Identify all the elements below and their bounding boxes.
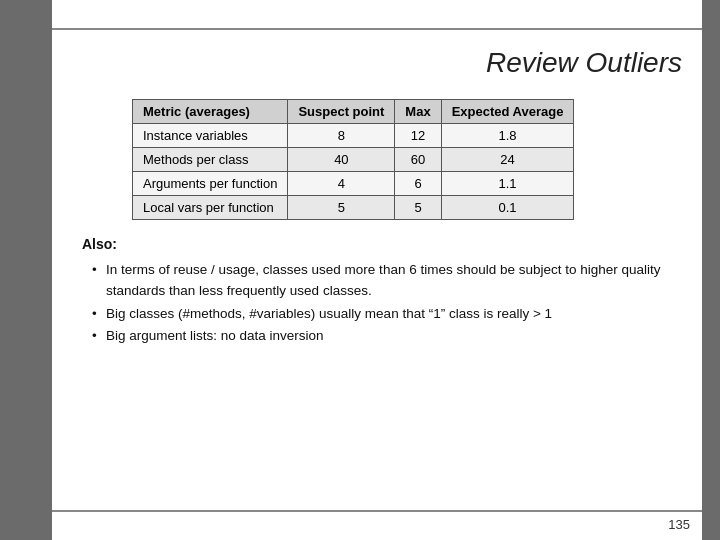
page-number: 135 — [668, 517, 690, 532]
page-title: Review Outliers — [72, 47, 682, 79]
table-cell: 12 — [395, 124, 441, 148]
list-item: Big argument lists: no data inversion — [92, 326, 682, 347]
table-cell: Local vars per function — [133, 196, 288, 220]
side-bar-left — [0, 0, 52, 540]
table-row: Methods per class406024 — [133, 148, 574, 172]
col-header-expected: Expected Average — [441, 100, 574, 124]
also-section: Also: In terms of reuse / usage, classes… — [72, 234, 682, 347]
col-header-metric: Metric (averages) — [133, 100, 288, 124]
list-item: In terms of reuse / usage, classes used … — [92, 260, 682, 302]
table-cell: Methods per class — [133, 148, 288, 172]
bullets-list: In terms of reuse / usage, classes used … — [82, 260, 682, 348]
bottom-line — [52, 510, 702, 512]
table-cell: 4 — [288, 172, 395, 196]
also-title: Also: — [82, 234, 682, 256]
table-row: Arguments per function461.1 — [133, 172, 574, 196]
table-cell: 1.8 — [441, 124, 574, 148]
table-cell: 6 — [395, 172, 441, 196]
table-cell: Arguments per function — [133, 172, 288, 196]
table-row: Local vars per function550.1 — [133, 196, 574, 220]
col-header-suspect: Suspect point — [288, 100, 395, 124]
table-cell: 40 — [288, 148, 395, 172]
list-item: Big classes (#methods, #variables) usual… — [92, 304, 682, 325]
main-content: Review Outliers Metric (averages) Suspec… — [52, 32, 702, 508]
table-cell: 8 — [288, 124, 395, 148]
table-cell: 24 — [441, 148, 574, 172]
table-cell: 1.1 — [441, 172, 574, 196]
side-bar-right — [702, 0, 720, 540]
col-header-max: Max — [395, 100, 441, 124]
table-cell: Instance variables — [133, 124, 288, 148]
metrics-table: Metric (averages) Suspect point Max Expe… — [132, 99, 574, 220]
top-line — [52, 28, 702, 30]
table-cell: 5 — [395, 196, 441, 220]
table-cell: 0.1 — [441, 196, 574, 220]
table-row: Instance variables8121.8 — [133, 124, 574, 148]
table-cell: 5 — [288, 196, 395, 220]
table-cell: 60 — [395, 148, 441, 172]
